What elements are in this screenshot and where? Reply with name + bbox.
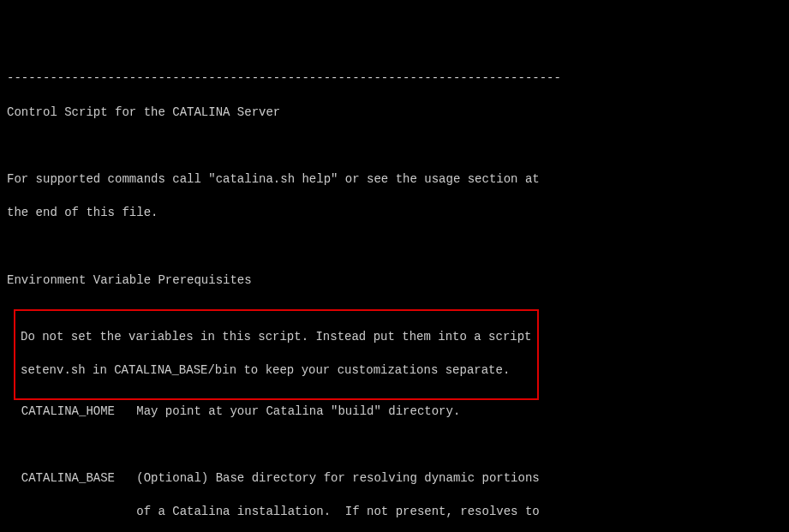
box-line-2: setenv.sh in CATALINA_BASE/bin to keep y…: [21, 362, 532, 380]
supported-line-1: For supported commands call "catalina.sh…: [7, 171, 782, 188]
box-line-1: Do not set the variables in this script.…: [21, 329, 532, 346]
blank-line: [7, 437, 782, 454]
title-line: Control Script for the CATALINA Server: [7, 105, 782, 122]
var-base-l1: CATALINA_BASE (Optional) Base directory …: [7, 470, 782, 487]
var-home-l1: CATALINA_HOME May point at your Catalina…: [7, 403, 782, 421]
separator-line: ----------------------------------------…: [7, 70, 782, 87]
blank-line: [7, 238, 782, 255]
var-base-l2: of a Catalina installation. If not prese…: [7, 504, 782, 521]
supported-line-2: the end of this file.: [7, 205, 782, 222]
env-header: Environment Variable Prerequisites: [7, 272, 782, 290]
highlight-box: Do not set the variables in this script.…: [14, 309, 539, 400]
blank-line: [7, 138, 782, 155]
